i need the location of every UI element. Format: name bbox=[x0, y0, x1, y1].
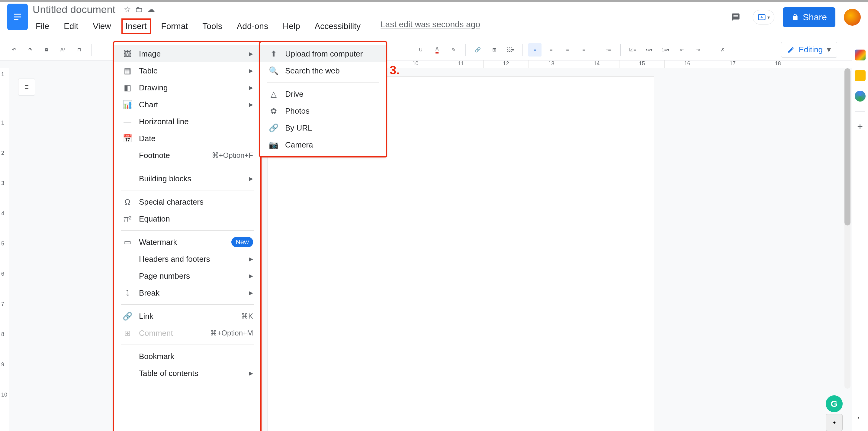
line-spacing-button[interactable]: ↕≡ bbox=[601, 43, 615, 57]
ruler-tick: 7 bbox=[1, 301, 4, 307]
decrease-indent-button[interactable]: ⇤ bbox=[675, 43, 688, 57]
insert-item-footnote[interactable]: Footnote⌘+Option+F bbox=[114, 147, 260, 164]
keep-app[interactable] bbox=[855, 70, 866, 81]
chevron-right-icon: › bbox=[858, 415, 859, 421]
tasks-app[interactable] bbox=[855, 91, 866, 102]
menu-file[interactable]: File bbox=[33, 20, 52, 33]
menu-item-label: Horizontal line bbox=[139, 117, 189, 126]
menu-help[interactable]: Help bbox=[280, 20, 303, 33]
insert-item-link[interactable]: 🔗Link⌘K bbox=[114, 308, 260, 325]
ruler-tick: 12 bbox=[483, 60, 529, 68]
align-right-button[interactable]: ≡ bbox=[561, 43, 574, 57]
url-icon: 🔗 bbox=[269, 123, 278, 133]
calendar-app[interactable] bbox=[855, 50, 866, 60]
move-button[interactable]: 🗀 bbox=[135, 5, 143, 14]
cloud-status[interactable]: ☁ bbox=[147, 5, 155, 14]
align-center-icon: ≡ bbox=[550, 47, 552, 53]
menu-separator bbox=[267, 82, 379, 83]
clear-formatting-button[interactable]: ✗ bbox=[716, 43, 729, 57]
highlight-button[interactable]: ✎ bbox=[447, 43, 460, 57]
insert-item-equation[interactable]: π²Equation bbox=[114, 210, 260, 227]
explore-icon: ✦ bbox=[832, 420, 836, 426]
menu-accessibility[interactable]: Accessibility bbox=[312, 20, 364, 33]
align-center-button[interactable]: ≡ bbox=[545, 43, 558, 57]
insert-item-table[interactable]: ▦Table▶ bbox=[114, 62, 260, 79]
insert-image-button[interactable]: 🖼▾ bbox=[504, 43, 517, 57]
insert-link-button[interactable]: 🔗 bbox=[471, 43, 485, 57]
share-button[interactable]: Share bbox=[783, 7, 835, 27]
increase-indent-button[interactable]: ⇥ bbox=[691, 43, 705, 57]
present-button[interactable]: ▾ bbox=[753, 10, 774, 25]
star-button[interactable]: ☆ bbox=[124, 5, 131, 14]
insert-item-drawing[interactable]: ◧Drawing▶ bbox=[114, 79, 260, 96]
image-item-search-the-web[interactable]: 🔍Search the web bbox=[260, 62, 386, 79]
image-item-upload-from-computer[interactable]: ⬆Upload from computer bbox=[260, 45, 386, 62]
document-title[interactable]: Untitled document bbox=[33, 4, 115, 16]
menu-separator bbox=[121, 230, 254, 231]
image-item-by-url[interactable]: 🔗By URL bbox=[260, 119, 386, 136]
insert-item-building-blocks[interactable]: Building blocks▶ bbox=[114, 170, 260, 187]
image-item-drive[interactable]: △Drive bbox=[260, 86, 386, 103]
insert-item-watermark[interactable]: ▭WatermarkNew bbox=[114, 234, 260, 251]
hide-side-panel-button[interactable]: › bbox=[851, 410, 866, 425]
open-comments-button[interactable] bbox=[727, 9, 744, 26]
numbered-list-button[interactable]: 1≡▾ bbox=[659, 43, 672, 57]
vertical-scrollbar-thumb[interactable] bbox=[844, 68, 850, 226]
print-button[interactable]: 🖶 bbox=[40, 43, 53, 57]
insert-item-headers-and-footers[interactable]: Headers and footers▶ bbox=[114, 251, 260, 267]
underline-button[interactable]: U bbox=[414, 43, 427, 57]
link-icon: 🔗 bbox=[123, 311, 132, 321]
insert-item-table-of-contents[interactable]: Table of contents▶ bbox=[114, 365, 260, 382]
submenu-arrow-icon: ▶ bbox=[249, 67, 253, 74]
menu-addons[interactable]: Add-ons bbox=[234, 20, 271, 33]
text-color-button[interactable]: A bbox=[430, 43, 444, 57]
hr-icon: — bbox=[123, 117, 132, 126]
show-outline-button[interactable]: ☰ bbox=[18, 79, 35, 95]
docs-logo-icon bbox=[12, 11, 23, 22]
ruler-tick: 17 bbox=[710, 60, 755, 68]
paint-format-button[interactable]: ⊓ bbox=[72, 43, 86, 57]
menu-format[interactable]: Format bbox=[158, 20, 191, 33]
insert-item-special-characters[interactable]: ΩSpecial characters bbox=[114, 194, 260, 210]
vertical-ruler[interactable]: 1 1 2 3 4 5 6 7 8 9 10 bbox=[0, 68, 9, 431]
spellcheck-button[interactable]: Aᵀ bbox=[56, 43, 69, 57]
spellcheck-icon: Aᵀ bbox=[60, 47, 65, 53]
ruler-tick: 2 bbox=[1, 150, 4, 156]
undo-button[interactable]: ↶ bbox=[7, 43, 21, 57]
align-left-button[interactable]: ≡ bbox=[528, 43, 541, 57]
align-justify-button[interactable]: ≡ bbox=[577, 43, 590, 57]
image-item-photos[interactable]: ✿Photos bbox=[260, 103, 386, 119]
menu-view[interactable]: View bbox=[90, 20, 114, 33]
insert-item-chart[interactable]: 📊Chart▶ bbox=[114, 96, 260, 113]
account-avatar[interactable] bbox=[844, 9, 861, 26]
image-item-camera[interactable]: 📷Camera bbox=[260, 136, 386, 153]
menu-insert[interactable]: Insert bbox=[123, 20, 150, 33]
get-addons-button[interactable]: + bbox=[855, 121, 866, 132]
grammarly-badge[interactable]: G bbox=[826, 395, 843, 412]
pencil-icon bbox=[787, 46, 795, 54]
docs-logo[interactable] bbox=[7, 4, 28, 30]
checklist-button[interactable]: ☑≡ bbox=[626, 43, 639, 57]
last-edit-link[interactable]: Last edit was seconds ago bbox=[380, 20, 480, 33]
insert-item-horizontal-line[interactable]: —Horizontal line bbox=[114, 113, 260, 130]
menu-tools[interactable]: Tools bbox=[199, 20, 225, 33]
keyboard-shortcut: ⌘+Option+M bbox=[210, 329, 253, 337]
chevron-down-icon: ▾ bbox=[768, 15, 770, 20]
insert-item-date[interactable]: 📅Date bbox=[114, 130, 260, 147]
insert-item-break[interactable]: ⤵Break▶ bbox=[114, 284, 260, 301]
add-comment-button[interactable]: ⊞ bbox=[488, 43, 501, 57]
menu-item-label: Date bbox=[139, 134, 156, 143]
redo-button[interactable]: ↷ bbox=[24, 43, 37, 57]
comment-icon: ⊞ bbox=[123, 328, 132, 338]
ruler-tick: 4 bbox=[1, 210, 4, 217]
toolbar-sep bbox=[710, 44, 710, 56]
bulleted-list-button[interactable]: •≡▾ bbox=[642, 43, 656, 57]
mode-switcher[interactable]: Editing ▾ bbox=[781, 42, 837, 58]
insert-item-bookmark[interactable]: Bookmark bbox=[114, 348, 260, 365]
insert-item-image[interactable]: 🖼Image▶ bbox=[114, 45, 260, 62]
explore-button[interactable]: ✦ bbox=[826, 414, 843, 431]
chevron-down-icon: ▾ bbox=[650, 48, 652, 52]
insert-item-page-numbers[interactable]: Page numbers▶ bbox=[114, 267, 260, 284]
outline-icon: ☰ bbox=[25, 84, 29, 90]
menu-edit[interactable]: Edit bbox=[61, 20, 81, 33]
